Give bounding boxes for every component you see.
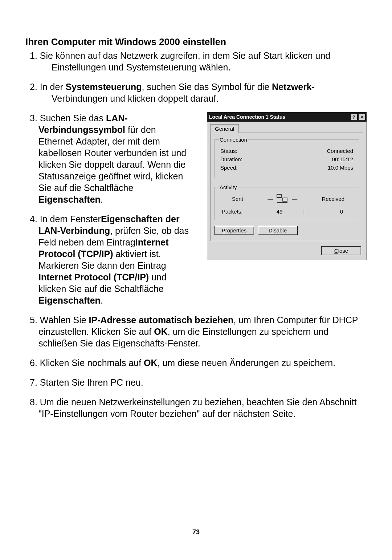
bold: Eigenschaften	[38, 295, 101, 305]
text: 2. In der	[30, 82, 66, 92]
text: .	[101, 295, 103, 305]
step-4: 4. In dem FensterEigenschaften der LAN-V…	[25, 213, 192, 306]
text: , um diese neuen Änderungen zu speichern…	[158, 358, 336, 368]
mnemonic: D	[269, 227, 273, 234]
tab-general[interactable]: General	[210, 124, 239, 133]
step-6: 6. Klicken Sie nochmals auf OK, um diese…	[25, 357, 367, 369]
page-number: 73	[25, 528, 367, 536]
text: , suchen Sie das Symbol für die	[142, 82, 272, 92]
text: 6. Klicken Sie nochmals auf	[30, 358, 144, 368]
bold: Eigenschaften	[38, 194, 101, 204]
window-title: Local Area Connection 1 Status	[209, 114, 285, 120]
close-dialog-button[interactable]: Close	[321, 246, 361, 255]
close-button[interactable]: ×	[358, 114, 366, 120]
duration-value: 00:15:12	[332, 156, 353, 162]
help-button[interactable]: ?	[350, 114, 358, 120]
text: 5. Wählen Sie	[30, 315, 89, 325]
packets-label: Packets:	[222, 208, 262, 215]
activity-group: Activity Sent —	[214, 184, 359, 220]
text: für den Ethernet-Adapter, der mit dem ka…	[38, 125, 186, 193]
status-value: Connected	[327, 148, 353, 154]
step-5: 5. Wählen Sie IP-Adresse automatisch bez…	[25, 314, 367, 349]
step-2: 2. In der Systemsteuerung, suchen Sie da…	[25, 81, 367, 104]
status-label: Status:	[220, 148, 237, 154]
bold: Systemsteuerung	[66, 82, 142, 92]
title-bar: Local Area Connection 1 Status ? ×	[207, 112, 367, 122]
mnemonic: C	[334, 248, 338, 254]
divider: |	[297, 208, 310, 215]
step-3: 3. Suchen Sie das LAN-Verbindungssymbol …	[25, 112, 192, 205]
lan-status-dialog: Local Area Connection 1 Status ? × Gener…	[207, 112, 367, 260]
section-title: Ihren Computer mit Windows 2000 einstell…	[25, 36, 367, 48]
packets-received: 0	[310, 208, 352, 215]
text: Verbindungen und klicken doppelt darauf.	[52, 93, 219, 104]
text: .	[101, 194, 103, 204]
step-8: 8. Um die neuen Netzwerkeinstellungen zu…	[25, 396, 367, 419]
speed-label: Speed:	[220, 165, 238, 171]
legend: Connection	[219, 137, 248, 143]
text: 3. Suchen Sie das	[30, 113, 106, 123]
bold: Netzwerk-	[272, 82, 315, 92]
received-label: Received	[322, 196, 344, 202]
mnemonic: P	[222, 227, 225, 234]
step-7: 7. Starten Sie Ihren PC neu.	[25, 377, 367, 388]
disable-button[interactable]: Disable	[258, 226, 298, 235]
sent-label: Sent	[232, 196, 243, 202]
label: isable	[273, 227, 287, 234]
svg-rect-3	[283, 198, 287, 201]
duration-label: Duration:	[220, 156, 242, 162]
step-1: 1. Sie können auf das Netzwerk zugreifen…	[25, 50, 367, 73]
activity-icon-row: —	[268, 193, 297, 204]
bold: IP-Adresse automatisch beziehen	[89, 315, 234, 325]
computers-icon	[276, 193, 289, 204]
connection-group: Connection Status:Connected Duration:00:…	[214, 137, 359, 178]
text: 1. Sie können auf das Netzwerk zugreifen…	[30, 50, 330, 61]
bold: Internet Protocol (TCP/IP)	[38, 272, 149, 282]
tab-panel: Connection Status:Connected Duration:00:…	[210, 133, 363, 241]
packets-sent: 49	[262, 208, 297, 215]
svg-rect-1	[277, 195, 281, 197]
text: Einstellungen und Systemsteuerung wählen…	[52, 62, 230, 72]
text: 4. In dem Fenster	[30, 214, 101, 224]
label: roperties	[225, 227, 246, 234]
legend: Activity	[219, 184, 238, 190]
speed-value: 10.0 Mbps	[328, 165, 353, 171]
bold: OK	[144, 358, 158, 368]
label: lose	[338, 248, 348, 254]
bold: OK	[154, 326, 168, 337]
properties-button[interactable]: Properties	[214, 226, 254, 235]
